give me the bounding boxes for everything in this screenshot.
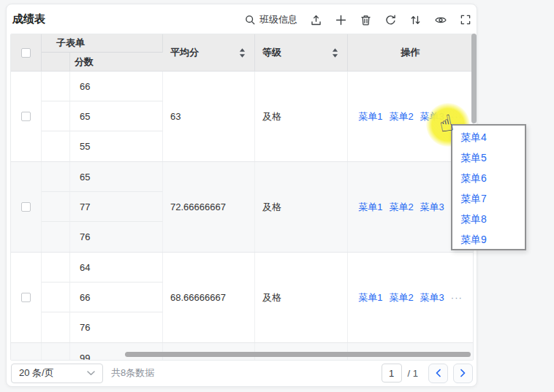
dropdown-item[interactable]: 菜单4 xyxy=(452,128,525,148)
add-button[interactable] xyxy=(333,12,349,28)
table-viewport: 子表单 分数 平均分 等级 操作 66655563及格菜单1菜 xyxy=(10,34,474,361)
dropdown-item[interactable]: 菜单7 xyxy=(452,189,525,210)
total-count-text: 共8条数据 xyxy=(111,366,154,380)
action-link[interactable]: 菜单1 xyxy=(358,291,382,304)
average-label: 平均分 xyxy=(170,46,199,59)
dropdown-item[interactable]: 菜单8 xyxy=(452,210,525,230)
dropdown-item[interactable]: 菜单6 xyxy=(452,169,525,189)
pagination-footer: 20 条/页 共8条数据 / 1 xyxy=(7,360,477,386)
export-button[interactable] xyxy=(308,12,324,28)
column-header-actions: 操作 xyxy=(348,34,473,71)
action-link[interactable]: 菜单3 xyxy=(420,291,444,304)
table-row-group: 65777672.66666667及格菜单1菜单2菜单3··· xyxy=(11,162,473,253)
score-cell: 66 xyxy=(70,72,163,101)
fullscreen-button[interactable] xyxy=(458,12,473,27)
search-label: 班级信息 xyxy=(259,13,297,26)
score-cell: 64 xyxy=(70,253,163,283)
expand-cell xyxy=(42,312,70,342)
page-number-input[interactable] xyxy=(382,364,402,383)
select-all-cell xyxy=(11,34,42,71)
row-checkbox[interactable] xyxy=(21,293,31,302)
average-cell: 63 xyxy=(163,72,255,161)
actions-label: 操作 xyxy=(401,46,420,59)
page-size-value: 20 条/页 xyxy=(19,366,54,380)
horizontal-scrollbar-thumb[interactable] xyxy=(125,352,471,357)
plus-icon xyxy=(335,14,347,26)
action-link[interactable]: 菜单2 xyxy=(389,291,413,304)
column-header-grade[interactable]: 等级 xyxy=(255,34,348,71)
refresh-icon xyxy=(384,14,397,26)
actions-dropdown-menu: 菜单4菜单5菜单6菜单7菜单8菜单9 xyxy=(451,124,526,250)
toolbar: 班级信息 xyxy=(243,9,473,30)
actions-cell: 菜单1菜单2菜单3··· xyxy=(348,253,473,342)
score-cell: 76 xyxy=(70,222,163,252)
column-header-score: 分数 xyxy=(70,53,163,71)
row-select-cell xyxy=(11,72,42,161)
chevron-down-icon xyxy=(87,371,95,376)
delete-button[interactable] xyxy=(358,12,373,28)
row-select-cell xyxy=(11,253,42,342)
trash-icon xyxy=(360,14,372,26)
grade-cell: 及格 xyxy=(255,72,348,161)
upload-icon xyxy=(310,14,322,26)
column-header-subform: 子表单 xyxy=(42,34,163,53)
action-link[interactable]: 菜单1 xyxy=(358,201,382,214)
eye-icon xyxy=(434,14,447,26)
more-actions-trigger[interactable]: ··· xyxy=(451,111,463,122)
select-all-checkbox[interactable] xyxy=(21,48,31,58)
table-header: 子表单 分数 平均分 等级 操作 xyxy=(11,34,473,72)
search-icon xyxy=(244,14,256,26)
expand-cell xyxy=(42,101,70,131)
dropdown-item[interactable]: 菜单5 xyxy=(452,148,525,169)
score-cell: 76 xyxy=(70,312,163,342)
expand-column-header xyxy=(42,53,70,71)
score-cell: 77 xyxy=(70,192,163,222)
refresh-button[interactable] xyxy=(383,12,398,28)
prev-page-button[interactable] xyxy=(428,364,448,383)
average-cell: 72.66666667 xyxy=(163,162,255,252)
expand-cell xyxy=(42,72,70,101)
average-cell: 68.66666667 xyxy=(163,253,255,342)
expand-cell xyxy=(42,222,70,252)
action-link[interactable]: 菜单2 xyxy=(389,201,413,214)
row-select-cell xyxy=(11,162,42,252)
action-link[interactable]: 菜单3 xyxy=(420,110,444,123)
expand-cell xyxy=(42,162,70,192)
grade-table-card: 成绩表 班级信息 xyxy=(6,4,477,387)
columns-visibility-button[interactable] xyxy=(433,12,449,28)
sort-carets-icon[interactable] xyxy=(239,47,246,58)
score-cell: 65 xyxy=(70,101,163,131)
table-row-group: 64667668.66666667及格菜单1菜单2菜单3··· xyxy=(11,253,473,343)
dropdown-item[interactable]: 菜单9 xyxy=(452,230,525,250)
expand-cell xyxy=(42,192,70,222)
vertical-scrollbar-thumb[interactable] xyxy=(471,34,477,123)
action-link[interactable]: 菜单2 xyxy=(389,110,413,123)
grade-cell: 及格 xyxy=(255,253,348,342)
page-total-text: / 1 xyxy=(408,368,418,379)
table-row-group: 66655563及格菜单1菜单2菜单3··· xyxy=(11,72,473,162)
search-button[interactable]: 班级信息 xyxy=(243,12,299,28)
expand-cell xyxy=(42,283,70,312)
fullscreen-icon xyxy=(460,14,471,26)
chevron-right-icon xyxy=(460,369,466,377)
table-body: 66655563及格菜单1菜单2菜单3···65777672.66666667及… xyxy=(11,72,473,361)
sort-icon xyxy=(409,14,422,26)
row-checkbox[interactable] xyxy=(21,202,31,212)
score-cell: 66 xyxy=(70,283,163,312)
next-page-button[interactable] xyxy=(453,364,473,383)
titlebar: 成绩表 班级信息 xyxy=(7,4,477,34)
row-select-cell xyxy=(11,343,42,361)
expand-cell xyxy=(42,253,70,283)
sort-carets-icon[interactable] xyxy=(332,47,338,58)
page-size-select[interactable]: 20 条/页 xyxy=(11,364,103,383)
sort-button[interactable] xyxy=(408,12,423,28)
subform-label: 子表单 xyxy=(56,36,85,50)
more-actions-trigger[interactable]: ··· xyxy=(451,292,463,303)
row-checkbox[interactable] xyxy=(21,112,31,121)
score-cell: 65 xyxy=(70,162,163,192)
chevron-left-icon xyxy=(435,369,441,377)
action-link[interactable]: 菜单1 xyxy=(358,110,382,123)
column-header-average[interactable]: 平均分 xyxy=(163,34,255,71)
expand-cell xyxy=(42,131,70,161)
action-link[interactable]: 菜单3 xyxy=(420,201,444,214)
